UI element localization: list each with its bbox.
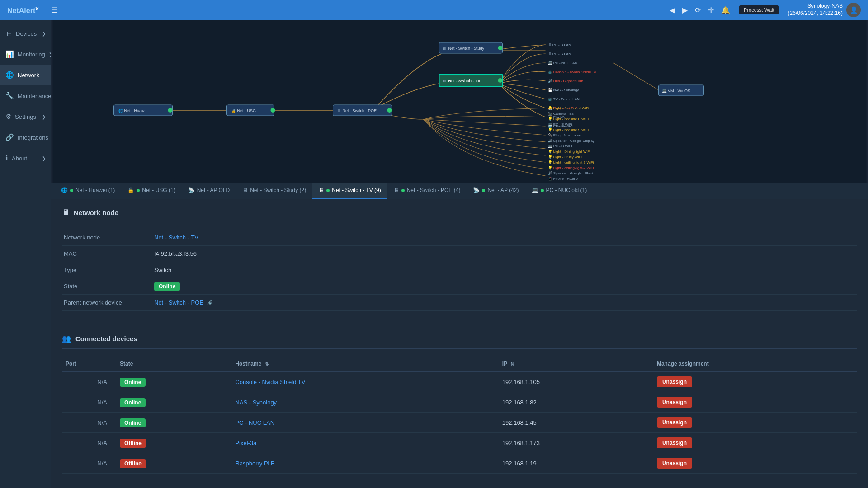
sidebar-item-maintenance[interactable]: 🔧 Maintenance ❯ xyxy=(0,85,51,106)
ap-icon-sm: 📡 xyxy=(188,187,195,193)
device-link[interactable]: Console - Nvidia Shield TV xyxy=(235,379,305,385)
devices-section-icon: 👥 xyxy=(62,334,71,343)
port-cell: N/A xyxy=(62,413,116,433)
back-button[interactable]: ◀ xyxy=(668,4,677,16)
tab-ap-old[interactable]: 📡 Net - AP OLD xyxy=(182,183,236,199)
table-header-row: Port State Hostname ⇅ IP ⇅ Manage assign… xyxy=(62,356,857,372)
sort-icon[interactable]: ⇅ xyxy=(265,361,269,366)
state-cell: Online xyxy=(116,413,231,433)
detail-panel: 🖥 Network node Network node Net - Switch… xyxy=(51,199,868,488)
svg-text:🌐: 🌐 xyxy=(118,108,123,113)
network-icon: 🌐 xyxy=(5,71,14,79)
sidebar-item-network[interactable]: 🌐 Network xyxy=(0,65,51,85)
svg-point-19 xyxy=(498,46,503,50)
notification-button[interactable]: 🔔 xyxy=(719,4,732,16)
manage-cell[interactable]: Unassign xyxy=(653,413,857,433)
unassign-button[interactable]: Unassign xyxy=(657,437,692,448)
network-node-table: Network node Net - Switch - TV MAC f4:92… xyxy=(62,230,857,311)
svg-text:💡 Light - ceiling-light-2 WiF: 💡 Light - ceiling-light-2 WiFi xyxy=(548,165,594,170)
status-dot xyxy=(541,189,544,192)
table-row: Network node Net - Switch - TV xyxy=(62,230,857,246)
unassign-button[interactable]: Unassign xyxy=(657,417,692,428)
sidebar-item-monitoring[interactable]: 📊 Monitoring ❯ xyxy=(0,44,51,65)
hostname-cell[interactable]: Pixel-3a xyxy=(231,433,499,453)
svg-point-7 xyxy=(168,108,173,113)
sidebar-item-about[interactable]: ℹ About ❯ xyxy=(0,148,51,169)
field-label: Type xyxy=(62,262,152,278)
svg-text:💻 PC - S WiFi: 💻 PC - S WiFi xyxy=(548,122,572,127)
app-logo: NetAlertx xyxy=(7,5,39,15)
state-badge: Offline xyxy=(120,459,146,468)
hostname-cell[interactable]: Raspberry Pi B xyxy=(231,453,499,474)
hamburger-button[interactable]: ☰ xyxy=(50,4,60,16)
table-row: State Online xyxy=(62,278,857,295)
manage-cell[interactable]: Unassign xyxy=(653,372,857,392)
add-button[interactable]: ✛ xyxy=(706,4,716,16)
manage-cell[interactable]: Unassign xyxy=(653,453,857,474)
state-badge: Online xyxy=(120,398,146,407)
field-value[interactable]: Net - Switch - TV xyxy=(152,230,857,246)
hostname-cell[interactable]: NAS - Synology xyxy=(231,392,499,413)
svg-text:💡 Light - ceiling-light-3 WiF: 💡 Light - ceiling-light-3 WiFi xyxy=(548,160,594,164)
parent-network-link[interactable]: Net - Switch - POE xyxy=(154,299,203,306)
unassign-button[interactable]: Unassign xyxy=(657,397,692,408)
state-badge: Online xyxy=(154,282,180,291)
table-row: N/A Online Console - Nvidia Shield TV 19… xyxy=(62,372,857,392)
field-label: Parent network device xyxy=(62,295,152,311)
svg-text:💡 Light - Study WiFi: 💡 Light - Study WiFi xyxy=(548,155,582,159)
svg-text:📷 Camera - E3: 📷 Camera - E3 xyxy=(548,111,574,116)
sidebar: 🖥 Devices ❯ 📊 Monitoring ❯ 🌐 Network 🔧 M… xyxy=(0,20,51,488)
svg-text:💻 PC - B WiFi: 💻 PC - B WiFi xyxy=(548,144,572,148)
tab-huawei[interactable]: 🌐 Net - Huawei (1) xyxy=(55,183,121,199)
field-value: f4:92:bf:a3:f3:56 xyxy=(152,246,857,262)
field-label: Network node xyxy=(62,230,152,246)
devices-icon: 🖥 xyxy=(5,30,12,38)
network-node-link[interactable]: Net - Switch - TV xyxy=(154,234,198,241)
tab-usg[interactable]: 🔒 Net - USG (1) xyxy=(121,183,181,199)
unassign-button[interactable]: Unassign xyxy=(657,458,692,469)
process-status: Process: Wait xyxy=(739,5,778,14)
hostname-cell[interactable]: Console - Nvidia Shield TV xyxy=(231,372,499,392)
external-link-icon[interactable]: 🔗 xyxy=(207,300,212,305)
field-value[interactable]: Net - Switch - POE 🔗 xyxy=(152,295,857,311)
table-row: N/A Offline Raspberry Pi B 192.168.1.19 … xyxy=(62,453,857,474)
col-ip: IP ⇅ xyxy=(499,356,653,372)
tab-ap42[interactable]: 📡 Net - AP (42) xyxy=(467,183,525,199)
device-link[interactable]: Pixel-3a xyxy=(235,440,256,446)
state-badge: Online xyxy=(120,418,146,427)
tab-study[interactable]: 🖥 Net - Switch - Study (2) xyxy=(236,183,312,199)
status-dot xyxy=(326,189,330,192)
unassign-button[interactable]: Unassign xyxy=(657,376,692,387)
device-link[interactable]: NAS - Synology xyxy=(235,399,277,406)
state-badge: Online xyxy=(120,378,146,387)
content-area: 🌐 Net - Huawei 🔒 Net - USG 🖥 Net - Switc… xyxy=(51,20,868,488)
refresh-button[interactable]: ⟳ xyxy=(693,4,703,16)
manage-cell[interactable]: Unassign xyxy=(653,433,857,453)
network-map[interactable]: 🌐 Net - Huawei 🔒 Net - USG 🖥 Net - Switc… xyxy=(51,20,868,183)
forward-button[interactable]: ▶ xyxy=(680,4,689,16)
tab-tv[interactable]: 🖥 Net - Switch - TV (9) xyxy=(312,183,387,199)
svg-text:💡 Light - Dining light WiFi: 💡 Light - Dining light WiFi xyxy=(548,149,591,154)
port-cell: N/A xyxy=(62,433,116,453)
state-cell: Online xyxy=(116,372,231,392)
device-link[interactable]: Raspberry Pi B xyxy=(235,460,274,467)
chevron-icon: ❯ xyxy=(42,31,46,36)
tab-nuc-old[interactable]: 💻 PC - NUC old (1) xyxy=(525,183,594,199)
ap42-icon-sm: 📡 xyxy=(473,187,480,193)
sidebar-item-settings[interactable]: ⚙ Settings ❯ xyxy=(0,106,51,127)
maintenance-icon: 🔧 xyxy=(5,92,14,100)
ip-cell: 192.168.1.82 xyxy=(499,392,653,413)
tab-poe[interactable]: 🖥 Net - Switch - POE (4) xyxy=(387,183,467,199)
sort-icon[interactable]: ⇅ xyxy=(510,361,514,366)
svg-text:💡 Light - Sideboard WiFi: 💡 Light - Sideboard WiFi xyxy=(548,106,590,110)
hostname-cell[interactable]: PC - NUC LAN xyxy=(231,413,499,433)
user-avatar[interactable]: 👤 xyxy=(846,3,861,17)
table-row: Type Switch xyxy=(62,262,857,278)
svg-point-11 xyxy=(271,108,275,113)
sidebar-item-integrations[interactable]: 🔗 Integrations ❯ xyxy=(0,127,51,148)
connected-devices-section-header: 👥 Connected devices xyxy=(62,325,857,349)
manage-cell[interactable]: Unassign xyxy=(653,392,857,413)
sidebar-item-devices[interactable]: 🖥 Devices ❯ xyxy=(0,23,51,44)
username: Synology-NAS (26/06/2024, 14:22:16) xyxy=(788,3,843,17)
device-link[interactable]: PC - NUC LAN xyxy=(235,419,274,426)
